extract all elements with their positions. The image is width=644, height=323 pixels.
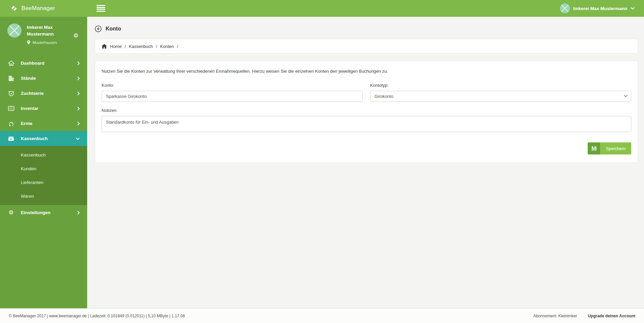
profile-avatar <box>7 23 21 38</box>
chevron-right-icon <box>77 91 80 95</box>
profile-location: Musterhausen <box>33 41 57 45</box>
save-button-label: Speichern <box>600 142 631 154</box>
submenu-item-kunden[interactable]: Kunden <box>0 162 87 176</box>
footer-upgrade-link[interactable]: Upgrade deinen Account <box>588 314 635 318</box>
notizen-label: Notizen: <box>102 108 631 113</box>
harvest-cycle-icon <box>7 121 15 126</box>
location-pin-icon <box>27 40 31 45</box>
beemanager-logo-icon <box>10 4 18 12</box>
home-icon <box>102 44 107 49</box>
notizen-input[interactable]: Standardkonto für Ein- und Ausgaben <box>102 116 631 132</box>
chevron-right-icon <box>77 107 80 111</box>
submenu-item-kassenbuch[interactable]: Kassenbuch <box>0 148 87 162</box>
hamburger-menu-icon[interactable] <box>97 5 105 12</box>
brand-name: BeeManager <box>21 5 55 12</box>
breadcrumb-konten[interactable]: Konten <box>160 44 174 49</box>
sidebar-item-kassenbuch[interactable]: $ Kassenbuch <box>0 131 87 146</box>
gear-icon: ⚙ <box>7 210 15 215</box>
sidebar: Imkerei Max Mustermann ⚙ Musterhausen Da… <box>0 17 87 308</box>
sidebar-item-staende[interactable]: Stände <box>0 71 87 86</box>
chevron-right-icon <box>77 76 80 80</box>
topbar: BeeManager Imkerei Max Mustermann <box>0 0 644 17</box>
chevron-right-icon <box>77 122 80 126</box>
sidebar-item-einstellungen[interactable]: ⚙ Einstellungen <box>0 205 87 220</box>
form-intro-text: Nutzen Sie die Konten zur Verwaltung Ihr… <box>102 69 631 74</box>
chevron-right-icon <box>77 211 80 215</box>
breadcrumb-kassenbuch[interactable]: Kassenbuch <box>129 44 153 49</box>
submenu-item-waren[interactable]: Waren <box>0 189 87 203</box>
inventory-icon <box>7 106 15 111</box>
chevron-down-icon <box>631 7 635 10</box>
home-icon <box>7 60 15 66</box>
sidebar-item-dashboard[interactable]: Dashboard <box>0 56 87 71</box>
chevron-down-icon <box>76 137 80 140</box>
main-content: Konto Home / Kassenbuch / Konten / ... N… <box>87 17 644 308</box>
footer-subscription: Abonnement: Kleinimker <box>533 314 577 318</box>
sidebar-profile: Imkerei Max Mustermann ⚙ Musterhausen <box>0 17 87 50</box>
konto-form-card: Nutzen Sie die Konten zur Verwaltung Ihr… <box>95 61 638 163</box>
back-arrow-icon <box>95 25 102 32</box>
kontotyp-label: Kontotyp: <box>370 83 631 88</box>
breadcrumb: Home / Kassenbuch / Konten / ... <box>95 39 638 54</box>
save-disk-icon <box>588 142 600 154</box>
user-avatar <box>560 3 570 13</box>
cash-icon: $ <box>7 136 15 141</box>
sidebar-nav: Dashboard Stände <box>0 56 87 220</box>
kontotyp-select[interactable]: Girokonto <box>370 91 631 102</box>
profile-name: Imkerei Max Mustermann <box>27 23 54 38</box>
konto-input[interactable] <box>102 91 363 102</box>
sidebar-item-ernte[interactable]: Ernte <box>0 116 87 131</box>
footer: © BeeManager 2017 | www.beemanager.de | … <box>0 308 644 323</box>
breadcrumb-current: ... <box>181 44 185 49</box>
user-menu[interactable]: Imkerei Max Mustermann <box>560 3 644 13</box>
svg-text:$: $ <box>11 138 12 140</box>
footer-copyright: © BeeManager 2017 | www.beemanager.de | … <box>9 314 185 318</box>
building-icon <box>7 75 15 81</box>
brand[interactable]: BeeManager <box>0 4 87 12</box>
breadcrumb-home[interactable]: Home <box>110 44 122 49</box>
chevron-right-icon <box>77 61 80 65</box>
profile-settings-gear-icon[interactable]: ⚙ <box>73 33 78 39</box>
alarm-clock-icon <box>7 90 15 96</box>
sidebar-item-inventar[interactable]: Inventar <box>0 101 87 116</box>
user-menu-name: Imkerei Max Mustermann <box>573 6 627 11</box>
sidebar-item-zuchtserie[interactable]: Zuchtserie <box>0 86 87 101</box>
kassenbuch-submenu: Kassenbuch Kunden Lieferanten Waren <box>0 146 87 205</box>
save-button[interactable]: Speichern <box>588 142 631 154</box>
back-button[interactable] <box>95 25 102 32</box>
page-title: Konto <box>106 26 121 32</box>
submenu-item-lieferanten[interactable]: Lieferanten <box>0 176 87 189</box>
konto-label: Konto: <box>102 83 363 88</box>
